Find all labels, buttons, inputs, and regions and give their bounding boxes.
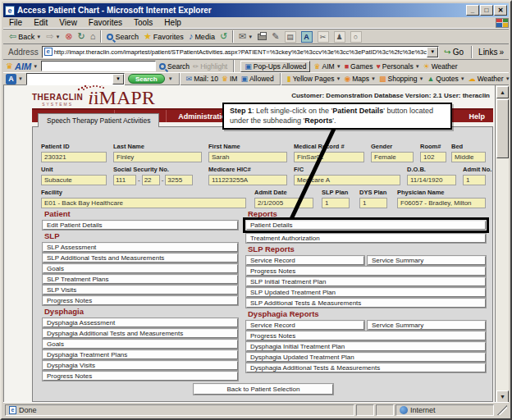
dob-field[interactable]: 11/14/1920 (407, 175, 456, 185)
cut-button[interactable]: ✂ (315, 30, 331, 43)
patient-id-field[interactable]: 230321 (41, 152, 107, 162)
last-name-field[interactable]: Finley (113, 152, 202, 162)
links-button[interactable]: Links » (475, 48, 507, 57)
treatment-authorization-button[interactable]: Treatment Authorization (246, 234, 486, 243)
slp-service-summary-button[interactable]: Service Summary (368, 256, 486, 265)
dys-additional-tests-report-button[interactable]: Dysphagia Additional Tests & Measurement… (246, 363, 486, 372)
aim-brand-dropdown-icon[interactable]: ▼ (33, 64, 38, 69)
tab-speech-therapy[interactable]: Speech Therapy Patient Activities (38, 113, 159, 127)
maximize-button[interactable]: □ (480, 5, 493, 16)
address-input[interactable]: e http://imapr.theraclin.com/imaprtest/p… (42, 46, 440, 58)
mail-button[interactable]: ✉ ▼ (236, 30, 255, 43)
popups-allowed-button[interactable]: ▣ Pop-Ups Allowed (240, 61, 310, 72)
home-button[interactable]: ⌂ (88, 30, 98, 43)
minimize-button[interactable]: _ (466, 5, 479, 16)
stop-button[interactable]: ⊗ (62, 30, 75, 43)
maps-button[interactable]: ◉ Maps ▼ (344, 75, 376, 83)
admit-no-field[interactable]: 1 (463, 175, 486, 185)
patient-details-button[interactable]: Patient Details (246, 221, 486, 230)
shopping-button[interactable]: ▩ Shopping ▼ (379, 75, 423, 83)
aim-menu-dropdown-icon[interactable]: ▼ (336, 64, 341, 69)
slp-additional-tests-report-button[interactable]: SLP Additional Tests & Measurements (246, 299, 486, 308)
yellow-pages-button[interactable]: ▮ Yellow Pages ▼ (287, 75, 341, 83)
gender-field[interactable]: Female (371, 152, 414, 162)
nav-help[interactable]: Help (460, 112, 493, 121)
slp-treatment-plans-button[interactable]: SLP Treatment Plans (43, 275, 238, 284)
slp-additional-tests-button[interactable]: SLP Additional Tests and Measurements (43, 253, 238, 262)
goals-button[interactable]: Goals (43, 264, 238, 273)
facility-field[interactable]: E01 - Back Bay Healthcare (41, 198, 246, 208)
slp-initial-treatment-plan-button[interactable]: SLP Initial Treatment Plan (246, 277, 486, 286)
refresh-button[interactable]: ↻ (75, 30, 88, 43)
forward-dropdown-icon[interactable]: ▼ (55, 34, 60, 39)
slp-reports-progress-notes-button[interactable]: Progress Notes (246, 267, 486, 276)
shopping-dropdown-icon[interactable]: ▼ (418, 76, 423, 81)
dysphagia-goals-button[interactable]: Goals (43, 340, 238, 349)
companion-search-button[interactable]: Search (128, 74, 165, 84)
address-url[interactable]: http://imapr.theraclin.com/imaprtest/pat… (54, 48, 427, 56)
dys-plan-field[interactable]: 1 (359, 198, 387, 208)
forward-button[interactable]: ⇨ ▼ (43, 30, 62, 43)
medicare-hic-field[interactable]: 111223255A (208, 175, 287, 185)
slp-updated-treatment-plan-button[interactable]: SLP Updated Treatment Plan (246, 288, 486, 297)
edit-patient-details-button[interactable]: Edit Patient Details (43, 221, 238, 230)
aim-search-button[interactable]: Search (159, 62, 190, 71)
scrollbar-thumb[interactable] (496, 99, 509, 158)
menu-favorites[interactable]: Favorites (83, 18, 128, 27)
dys-updated-treatment-plan-button[interactable]: Dysphagia Updated Treatment Plan (246, 353, 486, 362)
slp-plan-field[interactable]: 1 (322, 198, 350, 208)
dys-service-summary-button[interactable]: Service Summary (368, 321, 486, 330)
scroll-down-icon[interactable]: ▼ (496, 390, 509, 403)
close-button[interactable]: ✕ (494, 5, 507, 16)
dys-service-record-button[interactable]: Service Record (246, 321, 364, 330)
games-button[interactable]: ■ Games (345, 62, 373, 71)
go-button[interactable]: ↪ Go (439, 48, 469, 57)
unit-field[interactable]: Subacute (41, 175, 107, 185)
history-button[interactable]: ↺ (217, 30, 230, 43)
fc-field[interactable]: Medicare A (294, 175, 400, 185)
print-button[interactable] (255, 30, 269, 43)
back-dropdown-icon[interactable]: ▼ (36, 34, 41, 39)
scroll-up-icon[interactable]: ▲ (496, 86, 509, 98)
notepad-button[interactable]: ▤ (282, 30, 299, 43)
menu-help[interactable]: Help (158, 18, 187, 27)
vertical-scrollbar[interactable]: ▲ ▼ (495, 85, 509, 404)
dysphagia-additional-tests-button[interactable]: Dysphagia Additional Tests and Measureme… (43, 329, 238, 338)
weather-button[interactable]: ☀ Weather (423, 62, 458, 71)
ssn-part3-field[interactable]: 3255 (165, 175, 193, 185)
mail-dropdown-icon[interactable]: ▼ (248, 34, 253, 39)
companion-a-button[interactable]: A ▼ (6, 74, 23, 84)
dysphagia-assessment-button[interactable]: Dysphagia Assessment (43, 318, 238, 327)
dysphagia-treatment-plans-button[interactable]: Dysphagia Treatment Plans (43, 350, 238, 359)
back-to-patient-selection-button[interactable]: Back to Patient Selection (194, 384, 333, 395)
quotes-button[interactable]: ▲ Quotes ▼ (427, 75, 464, 83)
dysphagia-progress-notes-button[interactable]: Progress Notes (43, 372, 238, 381)
weather2-dropdown-icon[interactable]: ▼ (505, 76, 510, 81)
discuss-button[interactable]: ○ (348, 30, 364, 43)
address-dropdown-icon[interactable]: ▼ (427, 47, 438, 57)
menu-tools[interactable]: Tools (128, 18, 158, 27)
dys-initial-treatment-plan-button[interactable]: Dysphagia Initial Treatment Plan (246, 342, 486, 351)
bed-field[interactable]: Middle (451, 152, 486, 162)
aim-search-input[interactable] (41, 61, 156, 71)
room-field[interactable]: 102 (420, 152, 446, 162)
ssn-part1-field[interactable]: 111 (113, 175, 136, 185)
favorites-button[interactable]: ★ Favorites (141, 30, 186, 43)
yellow-pages-dropdown-icon[interactable]: ▼ (336, 76, 341, 81)
allowed-button[interactable]: ▣ Allowed (240, 75, 273, 83)
search-button[interactable]: Search (104, 30, 141, 43)
aim-menu-button[interactable]: ♛ AIM ▼ (313, 62, 341, 71)
aim-toolbar-button[interactable]: A (299, 30, 315, 43)
menu-view[interactable]: View (53, 18, 83, 27)
companion-a-dropdown-icon[interactable]: ▼ (18, 76, 23, 81)
companion-combo-dropdown-icon[interactable]: ▼ (112, 74, 124, 84)
menu-edit[interactable]: Edit (28, 18, 53, 27)
first-name-field[interactable]: Sarah (208, 152, 287, 162)
highlight-button[interactable]: ✏ Highlight (193, 62, 227, 71)
companion-search-dropdown-icon[interactable]: ▼ (168, 76, 173, 81)
messenger-button[interactable]: ♟ (331, 30, 348, 43)
maps-dropdown-icon[interactable]: ▼ (371, 76, 376, 81)
admit-date-field[interactable]: 2/1/2005 (254, 198, 313, 208)
im-button[interactable]: ♛ IM (222, 75, 238, 83)
slp-assessment-button[interactable]: SLP Assessment (43, 243, 238, 252)
